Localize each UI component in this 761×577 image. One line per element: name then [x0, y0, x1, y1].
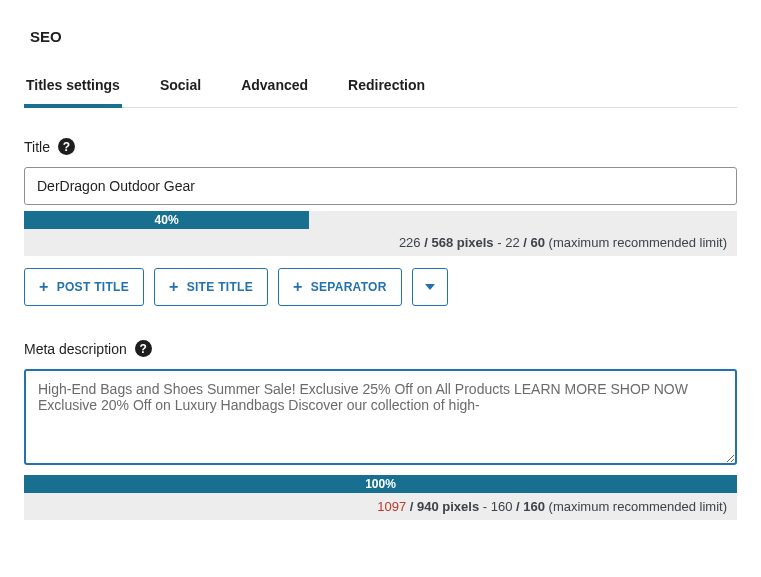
plus-icon: +	[169, 279, 179, 295]
title-section: Title ? 40% 226 / 568 pixels - 22 / 60 (…	[24, 138, 737, 306]
tab-social[interactable]: Social	[158, 69, 203, 107]
help-icon[interactable]: ?	[135, 340, 152, 357]
meta-stats: 1097 / 940 pixels - 160 / 160 (maximum r…	[24, 493, 737, 520]
title-input[interactable]	[24, 167, 737, 205]
meta-label: Meta description	[24, 341, 127, 357]
meta-description-input[interactable]	[24, 369, 737, 465]
plus-icon: +	[293, 279, 303, 295]
page-title: SEO	[30, 28, 731, 45]
chevron-down-icon	[425, 284, 435, 290]
post-title-button[interactable]: +POST TITLE	[24, 268, 144, 306]
meta-progress-bar: 100%	[24, 475, 737, 493]
tab-redirection[interactable]: Redirection	[346, 69, 427, 107]
meta-progress: 100%	[24, 475, 737, 493]
tab-titles-settings[interactable]: Titles settings	[24, 69, 122, 107]
separator-button[interactable]: +SEPARATOR	[278, 268, 402, 306]
help-icon[interactable]: ?	[58, 138, 75, 155]
title-stats: 226 / 568 pixels - 22 / 60 (maximum reco…	[24, 229, 737, 256]
site-title-button[interactable]: +SITE TITLE	[154, 268, 268, 306]
title-progress-bar: 40%	[24, 211, 309, 229]
meta-section: Meta description ? 100% 1097 / 940 pixel…	[24, 340, 737, 520]
title-progress: 40%	[24, 211, 737, 229]
tabs: Titles settings Social Advanced Redirect…	[24, 69, 737, 108]
plus-icon: +	[39, 279, 49, 295]
tab-advanced[interactable]: Advanced	[239, 69, 310, 107]
more-tokens-button[interactable]	[412, 268, 448, 306]
title-label: Title	[24, 139, 50, 155]
token-row: +POST TITLE +SITE TITLE +SEPARATOR	[24, 268, 737, 306]
